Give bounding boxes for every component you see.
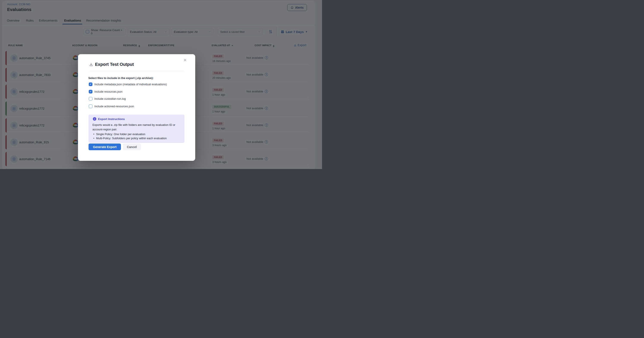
cancel-button[interactable]: Cancel [123,144,141,150]
bullet-single-policy: Single Policy: One folder per evaluation [92,132,167,136]
export-test-output-modal: ✕ Export Test Output Select files to inc… [78,54,195,161]
evaluations-page: Account: CCM-NG Evaluations Alerts Overv… [0,0,322,169]
checkbox[interactable] [89,82,92,86]
modal-title: Export Test Output [95,62,134,67]
generate-export-button[interactable]: Generate Export [88,144,121,150]
bullet-multi-policy: Multi-Policy: Subfolders per policy with… [92,136,167,140]
close-icon[interactable]: ✕ [182,58,188,63]
option-include-custodian-log[interactable]: Include custodian-run.log [89,97,126,101]
instructions-body: Exports would a .zip file with folders a… [92,123,180,132]
option-include-metadata[interactable]: Include metadata.json (metadata of indiv… [89,82,167,86]
checkbox[interactable] [89,90,92,93]
option-include-resources[interactable]: Include resources.json [89,90,122,93]
select-files-label: Select files to include in the export (.… [88,76,154,80]
download-icon [89,63,93,66]
info-icon: i [93,117,96,121]
option-include-actioned-resources[interactable]: Include actioned-resources.json [89,104,134,108]
instructions-title: Export Instructions [98,117,125,121]
checkbox[interactable] [89,97,92,101]
instructions-bullets: Single Policy: One folder per evaluation… [92,132,167,140]
export-instructions-box: i Export Instructions Exports would a .z… [88,115,184,143]
checkbox[interactable] [89,104,92,108]
modal-divider [90,71,184,71]
